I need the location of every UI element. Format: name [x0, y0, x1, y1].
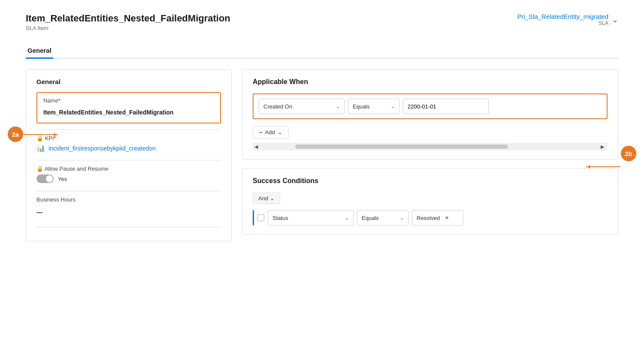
- toggle-row: Yes: [36, 175, 221, 183]
- right-panel: Applicable When Created On ⌄ Equals ⌄: [242, 69, 618, 241]
- condition-value-input[interactable]: [403, 99, 489, 114]
- arrow-2a: [24, 134, 58, 135]
- chevron-down-icon[interactable]: ⌄: [612, 15, 618, 24]
- condition-field-dropdown[interactable]: Created On ⌄: [259, 99, 345, 114]
- success-operator-chevron: ⌄: [400, 215, 404, 221]
- main-content: General Name* Item_RelatedEntities_Neste…: [26, 69, 618, 241]
- toggle-value-label: Yes: [58, 176, 67, 182]
- kpi-row: 📊 incident_firstresponsebykpiid_createdo…: [36, 144, 221, 152]
- sla-ref-link[interactable]: Pri_Sla_RelatedEntity_migrated: [517, 13, 608, 20]
- name-value: Item_RelatedEntities_Nested_FailedMigrat…: [43, 106, 214, 118]
- divider-2: [36, 160, 221, 160]
- badge-2a: 2a: [8, 126, 23, 142]
- toggle-pause-resume[interactable]: [36, 175, 54, 183]
- tab-general[interactable]: General: [26, 43, 53, 59]
- business-hours-value: ---: [36, 205, 221, 219]
- allow-pause-field: 🔒 Allow Pause and Resume Yes: [36, 165, 221, 183]
- toggle-thumb: [46, 175, 53, 182]
- success-value-text: Resolved: [417, 215, 440, 221]
- and-chevron-icon: ⌄: [270, 195, 275, 202]
- lock-icon-kpi: 🔒: [36, 135, 43, 141]
- success-operator-value: Equals: [362, 215, 379, 221]
- success-value-dropdown[interactable]: Resolved ✕: [412, 210, 463, 226]
- add-chevron-icon: ⌄: [278, 129, 282, 135]
- scrollbar-thumb[interactable]: [295, 144, 508, 149]
- add-button-label: Add: [265, 129, 275, 135]
- blue-bar: [253, 210, 254, 226]
- page-title: Item_RelatedEntities_Nested_FailedMigrat…: [26, 13, 230, 24]
- divider-1: [36, 129, 221, 130]
- business-hours-field: Business Hours ---: [36, 196, 221, 219]
- tabs-bar: General: [26, 43, 618, 59]
- kpi-chart-icon: 📊: [36, 144, 45, 152]
- business-hours-label: Business Hours: [36, 196, 221, 203]
- kpi-field: 🔒 KPI* 📊 incident_firstresponsebykpiid_c…: [36, 135, 221, 152]
- success-field-dropdown[interactable]: Status ⌄: [268, 210, 354, 226]
- success-conditions-title: Success Conditions: [253, 177, 608, 185]
- left-panel: General Name* Item_RelatedEntities_Neste…: [26, 69, 232, 241]
- allow-pause-label: 🔒 Allow Pause and Resume: [36, 165, 221, 172]
- general-card-title: General: [36, 78, 221, 85]
- success-value-close-icon[interactable]: ✕: [445, 215, 449, 221]
- sla-ref-type: SLA: [517, 20, 608, 26]
- scroll-right-arrow[interactable]: ▶: [599, 144, 606, 150]
- add-button[interactable]: − Add ⌄: [253, 126, 289, 138]
- badge-2b: 2b: [621, 146, 636, 161]
- applicable-when-card: Applicable When Created On ⌄ Equals ⌄: [242, 69, 618, 159]
- and-label: And: [258, 195, 268, 202]
- divider-4: [36, 227, 221, 227]
- success-operator-dropdown[interactable]: Equals ⌄: [357, 210, 408, 226]
- condition-operator-value: Equals: [353, 103, 370, 110]
- name-highlight-box: Name* Item_RelatedEntities_Nested_Failed…: [36, 92, 221, 123]
- success-checkbox[interactable]: [257, 214, 264, 221]
- add-row: − Add ⌄: [253, 126, 608, 138]
- success-field-value: Status: [272, 215, 288, 221]
- condition-field-value: Created On: [263, 103, 292, 110]
- horizontal-scrollbar[interactable]: ◀ ▶: [253, 143, 608, 150]
- applicable-when-title: Applicable When: [253, 78, 608, 86]
- arrow-2b: [586, 166, 620, 167]
- and-row: And ⌄: [253, 193, 608, 204]
- condition-operator-dropdown[interactable]: Equals ⌄: [348, 99, 399, 114]
- page-subtitle: SLA Item: [26, 25, 230, 31]
- sla-ref[interactable]: Pri_Sla_RelatedEntity_migrated SLA ⌄: [517, 13, 618, 26]
- kpi-label: 🔒 KPI*: [36, 135, 221, 141]
- lock-icon-pause: 🔒: [36, 165, 43, 172]
- condition-highlight-row: Created On ⌄ Equals ⌄: [253, 93, 608, 119]
- condition-operator-chevron: ⌄: [391, 104, 395, 109]
- and-button[interactable]: And ⌄: [253, 193, 280, 204]
- sla-ref-inner: Pri_Sla_RelatedEntity_migrated SLA: [517, 13, 608, 26]
- kpi-link[interactable]: incident_firstresponsebykpiid_createdon: [48, 145, 156, 152]
- success-field-chevron: ⌄: [345, 215, 349, 221]
- page-header: Item_RelatedEntities_Nested_FailedMigrat…: [26, 13, 618, 31]
- title-block: Item_RelatedEntities_Nested_FailedMigrat…: [26, 13, 230, 31]
- divider-3: [36, 191, 221, 191]
- minus-icon: −: [259, 129, 263, 135]
- scroll-left-arrow[interactable]: ◀: [253, 144, 260, 150]
- condition-field-chevron: ⌄: [336, 104, 340, 109]
- name-label: Name*: [43, 97, 214, 104]
- general-card: General Name* Item_RelatedEntities_Neste…: [26, 69, 232, 241]
- success-condition-row: Status ⌄ Equals ⌄ Resolved ✕: [253, 210, 608, 226]
- success-conditions-card: Success Conditions And ⌄ Status ⌄: [242, 168, 618, 235]
